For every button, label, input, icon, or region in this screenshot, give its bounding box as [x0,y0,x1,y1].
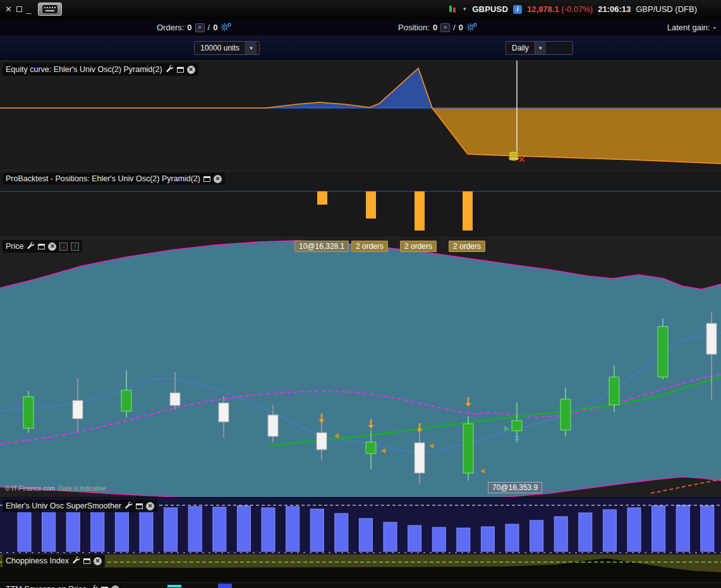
wrench-icon[interactable] [90,584,98,588]
close-icon[interactable]: ✕ [187,66,195,74]
latent-gain-group: Latent gain: - [667,19,716,36]
position-count: 0 [433,23,437,32]
candlestick-chart-icon[interactable] [449,4,457,14]
cancel-orders-icon[interactable]: ✕ [195,23,205,32]
close-window-icon[interactable]: ✕ [5,5,12,13]
latent-gain-value: - [713,23,716,32]
ttm-squeeze-panel: TTM Squeeze on Price ✕ [0,582,721,588]
indicative-text: Data is indicative [58,485,106,492]
price-panel: ✕ Price ✕ ↓ ↑ 10@16,328.1 2 orders 2 ord… [0,237,721,497]
keyboard-icon [42,5,58,13]
position-separator: / [453,23,456,32]
minimize-window-icon[interactable]: _ [27,5,31,13]
wrench-icon[interactable] [124,501,133,511]
window-icon[interactable] [203,176,210,182]
positions-panel-title: ProBacktest - Positions: Ehler's Univ Os… [6,174,200,183]
orders-label: Orders: [157,23,184,32]
sell-arrow-icon[interactable]: ↓ [59,243,68,251]
orders-count: 0 [187,23,191,32]
units-dropdown-caret-icon[interactable]: ▼ [245,42,257,54]
orders-count-2: 0 [213,23,217,32]
buy-arrow-icon[interactable]: ↑ [71,243,79,251]
orders-settings-gears-icon[interactable] [221,22,232,33]
svg-text:✕: ✕ [518,155,525,164]
wrench-icon[interactable] [166,64,174,75]
svg-text:✕: ✕ [514,434,520,443]
choppiness-panel-title: Choppiness Index [6,556,69,565]
ehlers-panel-header: Ehler's Univ Osc SuperSmoother ✕ [3,500,157,512]
positions-panel-header: ProBacktest - Positions: Ehler's Univ Os… [3,173,225,184]
orders-badge[interactable]: 2 orders [449,241,485,252]
choppiness-panel-header: Choppiness Index ✕ [3,555,105,567]
symbol-dropdown-caret-icon[interactable]: ▼ [462,6,467,12]
instrument-info: ▼ GBPUSD i 12,878.1 (-0.07%) 21:06:13 GB… [449,4,721,14]
price-chart: ✕ [0,237,721,497]
window-icon[interactable] [83,558,90,564]
close-icon[interactable]: ✕ [146,502,154,510]
close-position-icon[interactable]: ✕ [440,23,450,32]
ttm-panel-title: TTM Squeeze on Price [6,585,87,588]
price-panel-header: Price ✕ ↓ ↑ [3,240,82,253]
equity-panel-title: Equity curve: Ehler's Univ Osc(2) Pyrami… [6,65,162,74]
wrench-icon[interactable] [27,241,35,251]
last-price: 12,878.1 [527,4,559,14]
clock: 21:06:13 [598,4,631,14]
open-position-badge[interactable]: 70@16,353.9 [488,482,542,493]
ttm-panel-header: TTM Squeeze on Price ✕ [3,583,123,588]
orders-group: Orders: 0 ✕ / 0 [157,19,232,36]
info-icon[interactable]: i [513,5,522,14]
probacktest-positions-panel: ProBacktest - Positions: Ehler's Univ Os… [0,171,721,237]
close-icon[interactable]: ✕ [48,243,56,251]
instrument-name: GBP/USD (DFB) [636,4,697,14]
equity-panel-header: Equity curve: Ehler's Univ Osc(2) Pyrami… [3,63,198,76]
close-icon[interactable]: ✕ [111,585,119,588]
timeframe-dropdown-value: Daily [506,42,535,54]
position-count-2: 0 [459,23,463,32]
wrench-icon[interactable] [72,556,80,566]
price-panel-title: Price [6,242,23,251]
window-controls: ✕ _ [0,3,62,16]
close-icon[interactable]: ✕ [214,175,222,183]
close-icon[interactable]: ✕ [94,557,102,565]
window-icon[interactable] [38,244,45,249]
timeframe-dropdown-caret-icon[interactable]: ▼ [535,42,546,54]
window-titlebar: ✕ _ ▼ GBPUSD i 12,878.1 ( [0,0,721,19]
orders-bar: Orders: 0 ✕ / 0 Position: 0 ✕ / [0,19,721,36]
units-dropdown-value: 10000 units [195,42,245,54]
symbol-name[interactable]: GBPUSD [472,4,508,14]
equity-curve-chart: ✕ [0,61,721,171]
position-group: Position: 0 ✕ / 0 [398,19,478,36]
last-price-group: 12,878.1 (-0.07%) [527,4,593,14]
position-settings-gears-icon[interactable] [466,22,478,33]
choppiness-index-chart [0,555,721,582]
chart-toolbar: 10000 units ▼ Daily ▼ [0,36,721,60]
orders-separator: / [208,23,210,32]
copyright-note: © IT-Finance.comData is indicative [5,485,106,492]
choppiness-index-panel: Choppiness Index ✕ [0,554,721,582]
orders-badge[interactable]: 2 orders [400,241,437,252]
latent-gain-label: Latent gain: [667,23,710,32]
ehlers-panel-title: Ehler's Univ Osc SuperSmoother [6,501,121,510]
equity-curve-panel: ✕ Equity curve: Ehler's Univ Osc(2) Pyra… [0,60,721,171]
order-quantity-badge[interactable]: 10@16,328.1 [294,241,349,252]
window-icon[interactable] [136,503,143,509]
window-icon[interactable] [177,67,184,73]
units-dropdown[interactable]: 10000 units ▼ [194,41,260,55]
price-change-percent: (-0.07%) [561,4,593,14]
timeframe-dropdown[interactable]: Daily ▼ [506,41,573,55]
restore-window-icon[interactable] [16,6,22,12]
copyright-text: © IT-Finance.com [5,485,55,492]
keyboard-button[interactable] [38,3,62,16]
trading-app-window: ✕ _ ▼ GBPUSD i 12,878.1 ( [0,0,721,588]
orders-badge[interactable]: 2 orders [351,241,388,252]
position-label: Position: [398,23,430,32]
ehlers-oscillator-panel: Ehler's Univ Osc SuperSmoother ✕ [0,497,721,554]
